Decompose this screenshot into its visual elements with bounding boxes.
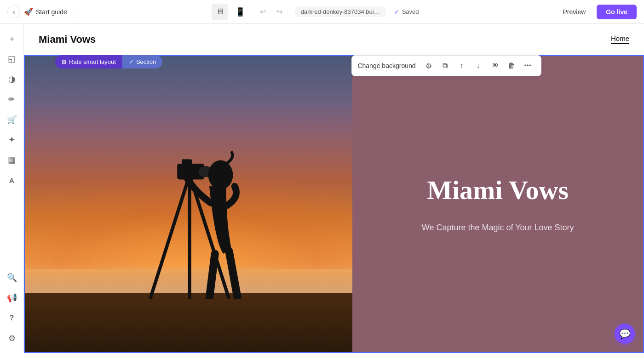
eye-icon: 👁 — [491, 62, 499, 70]
back-button[interactable]: ‹ — [7, 6, 20, 18]
cart-icon: 🛒 — [7, 114, 17, 125]
toolbar-more-button[interactable]: ••• — [521, 58, 535, 73]
hero-title[interactable]: Miami Vows — [427, 176, 569, 205]
hero-section[interactable]: Miami Vows We Capture the Magic of Your … — [24, 55, 644, 353]
chat-icon: 💬 — [619, 328, 631, 339]
sidebar-item-charts[interactable]: ▦ — [3, 151, 21, 169]
hero-content-side: Miami Vows We Capture the Magic of Your … — [352, 56, 643, 352]
section-button[interactable]: ✓ Section — [122, 55, 162, 68]
add-icon: ＋ — [8, 33, 16, 44]
desktop-device-button[interactable]: 🖥 — [212, 4, 228, 20]
person-camera-silhouette — [116, 77, 297, 299]
rate-smart-layout-button[interactable]: ⊞ Rate smart layout — [55, 55, 122, 68]
svg-point-7 — [208, 160, 233, 190]
start-guide[interactable]: 🚀 Start guide — [24, 7, 67, 16]
main-layout: ＋ ◱ ◑ ✏ 🛒 ✦ ▦ A 🔍 📢 ? — [0, 24, 644, 353]
toolbar-copy-button[interactable]: ⧉ — [438, 58, 453, 73]
saved-check-icon: ✓ — [394, 8, 399, 16]
translate-icon: A — [9, 176, 14, 184]
sidebar-item-marketing[interactable]: 📢 — [3, 289, 21, 307]
canvas-area: Miami Vows Home ⊞ Rate smart layout ✓ Se… — [24, 24, 644, 353]
preview-button[interactable]: Preview — [558, 6, 592, 18]
toolbar-visibility-button[interactable]: 👁 — [488, 58, 502, 73]
topbar: ‹ 🚀 Start guide 🖥 📱 ↩ ↪ darkred-donkey-8… — [0, 0, 644, 24]
search-icon: 🔍 — [7, 273, 17, 283]
domain-display: darkred-donkey-837034.buil... — [294, 6, 386, 17]
paint-icon: ✏ — [8, 94, 15, 104]
mobile-device-button[interactable]: 📱 — [232, 4, 248, 20]
topbar-center: 🖥 📱 ↩ ↪ darkred-donkey-837034.buil... ✓ … — [79, 4, 552, 20]
redo-button[interactable]: ↪ — [272, 5, 287, 19]
section-toolbar: Change background ⚙ ⧉ ↑ ↓ 👁 🗑 ••• — [351, 55, 541, 76]
grid-icon: ⊞ — [62, 59, 66, 65]
hero-subtitle[interactable]: We Capture the Magic of Your Love Story — [422, 223, 574, 233]
toolbar-up-button[interactable]: ↑ — [454, 58, 469, 73]
section-buttons: ⊞ Rate smart layout ✓ Section — [55, 55, 162, 68]
device-icons: 🖥 📱 — [212, 4, 248, 20]
check-icon: ✓ — [129, 58, 134, 65]
undo-redo: ↩ ↪ — [256, 5, 287, 19]
chat-bubble-button[interactable]: 💬 — [615, 324, 635, 344]
up-arrow-icon: ↑ — [460, 62, 464, 70]
sidebar-item-ecommerce[interactable]: 🛒 — [3, 110, 21, 129]
down-arrow-icon: ↓ — [477, 62, 480, 70]
ai-sparkle-icon: ✦ — [8, 135, 15, 145]
canvas-header: Miami Vows Home — [24, 24, 644, 55]
hero-image-side — [25, 56, 352, 352]
sidebar-item-settings[interactable]: ⚙ — [3, 329, 21, 347]
sidebar-item-translate[interactable]: A — [3, 171, 21, 189]
svg-line-0 — [150, 175, 190, 299]
nav-home[interactable]: Home — [611, 34, 629, 44]
topbar-left: ‹ 🚀 Start guide — [7, 6, 67, 18]
gear-icon: ⚙ — [8, 333, 16, 343]
site-title: Miami Vows — [39, 34, 96, 46]
saved-label: Saved — [402, 8, 419, 15]
chart-icon: ▦ — [8, 155, 16, 165]
sidebar-item-add[interactable]: ＋ — [3, 29, 21, 48]
design-icon: ◑ — [8, 74, 16, 84]
sidebar: ＋ ◱ ◑ ✏ 🛒 ✦ ▦ A 🔍 📢 ? — [0, 24, 24, 353]
toolbar-delete-button[interactable]: 🗑 — [504, 58, 519, 73]
trash-icon: 🗑 — [508, 62, 515, 70]
hero-background-image — [25, 56, 352, 352]
ground-layer — [25, 293, 352, 352]
sidebar-item-search[interactable]: 🔍 — [3, 268, 21, 287]
sidebar-item-ai[interactable]: ✦ — [3, 131, 21, 149]
svg-rect-4 — [182, 159, 192, 166]
megaphone-icon: 📢 — [7, 293, 17, 303]
nav-links: Home — [611, 34, 629, 44]
layers-icon: ◱ — [8, 54, 16, 64]
sidebar-item-layers[interactable]: ◱ — [3, 50, 21, 68]
copy-icon: ⧉ — [443, 62, 448, 70]
help-icon: ? — [10, 314, 14, 322]
rocket-icon: 🚀 — [24, 7, 33, 16]
start-guide-label: Start guide — [36, 8, 67, 16]
topbar-divider — [73, 6, 73, 17]
settings-icon: ⚙ — [426, 62, 432, 70]
toolbar-settings-button[interactable]: ⚙ — [421, 58, 436, 73]
undo-button[interactable]: ↩ — [256, 5, 270, 19]
change-background-label: Change background — [357, 62, 419, 69]
saved-status: ✓ Saved — [394, 8, 419, 16]
sidebar-item-design[interactable]: ◑ — [3, 70, 21, 88]
more-icon: ••• — [524, 63, 532, 69]
sidebar-item-help[interactable]: ? — [3, 309, 21, 327]
sidebar-item-paint[interactable]: ✏ — [3, 90, 21, 108]
toolbar-down-button[interactable]: ↓ — [471, 58, 486, 73]
go-live-button[interactable]: Go live — [597, 5, 637, 19]
